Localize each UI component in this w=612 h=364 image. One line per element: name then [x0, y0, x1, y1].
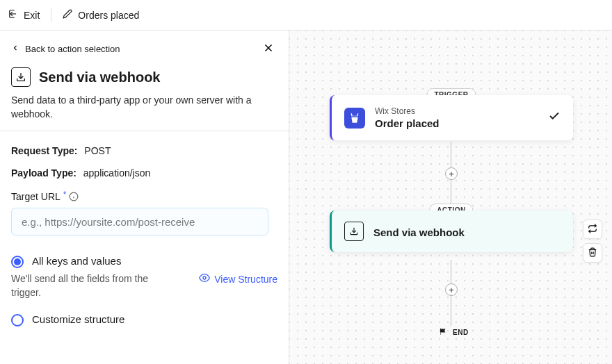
add-step-button[interactable]: +	[445, 283, 458, 296]
trigger-title: Order placed	[375, 117, 538, 129]
wix-stores-icon	[344, 108, 365, 129]
connector-line	[451, 142, 451, 169]
view-structure-button[interactable]: View Structure	[199, 272, 277, 286]
chevron-left-icon	[11, 44, 19, 54]
radio-checked-icon	[11, 256, 24, 268]
payload-type-label: Payload Type:	[11, 167, 76, 179]
action-node[interactable]: Send via webhook	[330, 210, 573, 252]
end-marker: END	[439, 327, 469, 337]
payload-type-value: application/json	[83, 167, 151, 179]
trigger-subtitle: Wix Stores	[375, 106, 538, 116]
add-step-button[interactable]: +	[445, 167, 458, 180]
refresh-button[interactable]	[583, 220, 602, 239]
action-title: Send via webhook	[373, 226, 561, 238]
radio-unchecked-icon	[11, 314, 24, 326]
automation-title-label: Orders placed	[78, 10, 139, 21]
target-url-input[interactable]	[11, 208, 268, 235]
check-icon	[548, 110, 561, 126]
radio-all-label: All keys and values	[32, 255, 121, 267]
radio-all-keys[interactable]: All keys and values	[11, 255, 277, 268]
request-type-value: POST	[84, 145, 111, 156]
svg-point-5	[203, 276, 206, 279]
close-button[interactable]	[259, 39, 277, 59]
automation-title-button[interactable]: Orders placed	[63, 6, 139, 24]
end-label: END	[453, 329, 469, 336]
view-structure-label: View Structure	[214, 274, 277, 285]
config-sidebar: Back to action selection Send via webhoo…	[0, 31, 289, 364]
request-type-label: Request Type:	[11, 145, 77, 156]
webhook-icon	[344, 222, 364, 241]
eye-icon	[199, 272, 210, 286]
required-indicator: *	[63, 190, 67, 199]
webhook-icon	[11, 67, 31, 87]
connector-line	[451, 179, 451, 206]
trigger-node[interactable]: Wix Stores Order placed	[330, 95, 573, 140]
connector-line	[451, 260, 451, 284]
flow-canvas[interactable]: TRIGGER Wix Stores Order placed + ACTION…	[289, 31, 612, 364]
close-icon	[262, 46, 275, 56]
refresh-icon	[588, 224, 597, 235]
trash-icon	[588, 247, 597, 259]
connector-line	[451, 295, 451, 326]
back-label: Back to action selection	[25, 44, 120, 54]
delete-button[interactable]	[583, 243, 602, 263]
target-url-label: Target URL	[11, 191, 61, 202]
page-title: Send via webhook	[39, 69, 160, 85]
exit-icon	[8, 9, 18, 21]
radio-customize-label: Customize structure	[32, 313, 124, 325]
back-button[interactable]: Back to action selection	[11, 44, 120, 54]
exit-label: Exit	[24, 10, 40, 21]
exit-button[interactable]: Exit	[8, 6, 40, 24]
pencil-icon	[63, 9, 72, 21]
info-icon[interactable]	[69, 192, 79, 201]
radio-all-description: We'll send all the fields from the trigg…	[11, 272, 157, 299]
page-description: Send data to a third-party app or your o…	[11, 94, 277, 121]
divider	[51, 8, 51, 22]
radio-customize[interactable]: Customize structure	[11, 313, 277, 326]
flag-icon	[439, 327, 447, 337]
